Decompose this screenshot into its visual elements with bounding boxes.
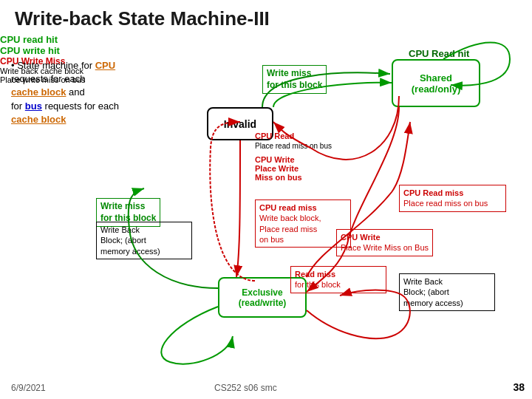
bus-label: bus: [25, 100, 42, 112]
cpu-label: CPU: [95, 60, 115, 71]
read-miss-writeback-label: Write Back Block; (abort memory access): [399, 273, 495, 311]
cpu-read-miss-topright-label: CPU Read miss Place read miss on bus: [399, 185, 506, 212]
footer-date: 6/9/2021: [11, 383, 46, 393]
bullet-cpu-suffix: requests for each: [11, 73, 85, 84]
bullet-for-bus: for: [11, 100, 22, 112]
bullet-description: • State machine for CPU requests for eac…: [11, 59, 129, 126]
bullet-intro: State machine for: [17, 60, 92, 71]
page: Write-back State Machine-III • State mac…: [0, 0, 532, 399]
bullet-and: and: [69, 86, 85, 98]
footer-course: CS252 s06 smc: [214, 383, 277, 393]
footer-page-number: 38: [513, 381, 525, 393]
page-title: Write-back State Machine-III: [0, 0, 532, 34]
write-miss-top-label: Write missfor this block: [262, 65, 327, 94]
cpu-read-hit-label: CPU Read hit: [405, 46, 473, 63]
cpu-read-invalid-label: CPU Read: [255, 132, 294, 140]
place-read-miss-invalid-label: Place read miss on bus: [255, 142, 332, 150]
cache-block-label2: cache block: [11, 114, 66, 125]
cpu-write-invalid-label: CPU Write Place Write Miss on bus: [255, 155, 302, 182]
cpu-write-mid-label: CPU Write Place Write Miss on Bus: [336, 229, 433, 256]
shared-state: Shared(read/only): [392, 59, 480, 107]
read-miss-right-label: Read miss for this block: [290, 266, 386, 293]
cache-block-label1: cache block: [11, 86, 66, 98]
bullet-dot: •: [11, 60, 17, 71]
write-back-left-label: Write Back Block; (abort memory access): [96, 222, 192, 259]
bullet-bus-suffix: requests for each: [45, 100, 119, 112]
